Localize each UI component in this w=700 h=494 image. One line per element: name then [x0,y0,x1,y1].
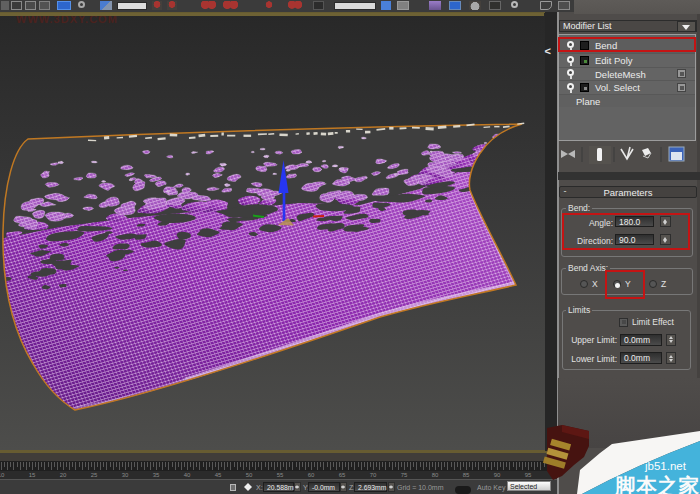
svg-text:脚本之家: 脚本之家 [614,474,700,494]
svg-text:jb51.net: jb51.net [644,460,687,472]
